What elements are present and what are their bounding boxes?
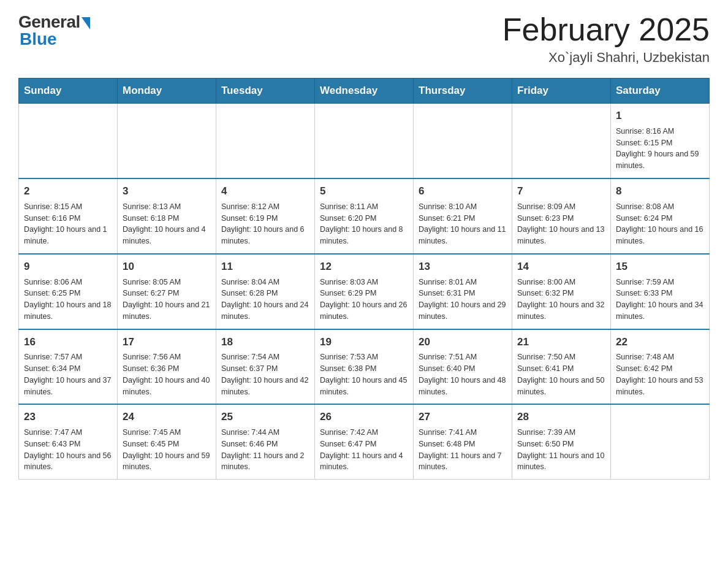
calendar-cell xyxy=(216,104,315,178)
day-info: Sunrise: 8:12 AMSunset: 6:19 PMDaylight:… xyxy=(221,201,309,247)
calendar-cell: 5Sunrise: 8:11 AMSunset: 6:20 PMDaylight… xyxy=(315,178,414,254)
day-info: Sunrise: 8:16 AMSunset: 6:15 PMDaylight:… xyxy=(616,126,704,172)
day-info: Sunrise: 8:13 AMSunset: 6:18 PMDaylight:… xyxy=(123,201,211,247)
day-number: 15 xyxy=(616,259,704,274)
day-header-thursday: Thursday xyxy=(414,79,512,104)
calendar-cell xyxy=(611,404,710,479)
day-number: 12 xyxy=(320,259,408,274)
day-info: Sunrise: 8:01 AMSunset: 6:31 PMDaylight:… xyxy=(419,277,507,323)
calendar-cell: 22Sunrise: 7:48 AMSunset: 6:42 PMDayligh… xyxy=(611,329,710,405)
day-info: Sunrise: 8:04 AMSunset: 6:28 PMDaylight:… xyxy=(221,277,309,323)
day-info: Sunrise: 8:08 AMSunset: 6:24 PMDaylight:… xyxy=(616,201,704,247)
location-subtitle: Xo`jayli Shahri, Uzbekistan xyxy=(502,50,710,66)
calendar-cell: 17Sunrise: 7:56 AMSunset: 6:36 PMDayligh… xyxy=(118,329,216,405)
day-info: Sunrise: 7:39 AMSunset: 6:50 PMDaylight:… xyxy=(517,427,605,473)
day-info: Sunrise: 7:51 AMSunset: 6:40 PMDaylight:… xyxy=(419,351,507,397)
month-title: February 2025 xyxy=(502,12,710,47)
logo: General Blue xyxy=(18,12,90,49)
calendar-week-row: 9Sunrise: 8:06 AMSunset: 6:25 PMDaylight… xyxy=(19,254,710,329)
calendar-week-row: 2Sunrise: 8:15 AMSunset: 6:16 PMDaylight… xyxy=(19,178,710,254)
day-header-sunday: Sunday xyxy=(19,79,118,104)
calendar-cell: 2Sunrise: 8:15 AMSunset: 6:16 PMDaylight… xyxy=(19,178,118,254)
day-info: Sunrise: 7:48 AMSunset: 6:42 PMDaylight:… xyxy=(616,351,704,397)
day-number: 20 xyxy=(419,335,507,350)
day-info: Sunrise: 8:05 AMSunset: 6:27 PMDaylight:… xyxy=(123,277,211,323)
calendar-week-row: 16Sunrise: 7:57 AMSunset: 6:34 PMDayligh… xyxy=(19,329,710,405)
day-info: Sunrise: 8:06 AMSunset: 6:25 PMDaylight:… xyxy=(24,277,112,323)
day-number: 17 xyxy=(123,335,211,350)
day-info: Sunrise: 8:00 AMSunset: 6:32 PMDaylight:… xyxy=(517,277,605,323)
day-number: 25 xyxy=(221,410,309,424)
day-header-friday: Friday xyxy=(512,79,611,104)
calendar-cell: 6Sunrise: 8:10 AMSunset: 6:21 PMDaylight… xyxy=(414,178,512,254)
day-info: Sunrise: 7:54 AMSunset: 6:37 PMDaylight:… xyxy=(221,351,309,397)
day-number: 23 xyxy=(24,410,112,424)
day-number: 26 xyxy=(320,410,408,424)
day-header-saturday: Saturday xyxy=(611,79,710,104)
day-info: Sunrise: 8:09 AMSunset: 6:23 PMDaylight:… xyxy=(517,201,605,247)
day-info: Sunrise: 7:53 AMSunset: 6:38 PMDaylight:… xyxy=(320,351,408,397)
calendar-cell: 12Sunrise: 8:03 AMSunset: 6:29 PMDayligh… xyxy=(315,254,414,329)
day-number: 24 xyxy=(123,410,211,424)
calendar-cell: 9Sunrise: 8:06 AMSunset: 6:25 PMDaylight… xyxy=(19,254,118,329)
day-number: 1 xyxy=(616,109,704,123)
day-number: 3 xyxy=(123,184,211,199)
day-info: Sunrise: 7:59 AMSunset: 6:33 PMDaylight:… xyxy=(616,277,704,323)
calendar-cell xyxy=(512,104,611,178)
logo-blue-text: Blue xyxy=(20,29,57,49)
day-number: 2 xyxy=(24,184,112,199)
calendar-cell: 25Sunrise: 7:44 AMSunset: 6:46 PMDayligh… xyxy=(216,404,315,479)
calendar-cell: 18Sunrise: 7:54 AMSunset: 6:37 PMDayligh… xyxy=(216,329,315,405)
day-info: Sunrise: 7:56 AMSunset: 6:36 PMDaylight:… xyxy=(123,351,211,397)
day-info: Sunrise: 8:10 AMSunset: 6:21 PMDaylight:… xyxy=(419,201,507,247)
day-number: 14 xyxy=(517,259,605,274)
day-number: 27 xyxy=(419,410,507,424)
day-number: 5 xyxy=(320,184,408,199)
calendar-cell: 4Sunrise: 8:12 AMSunset: 6:19 PMDaylight… xyxy=(216,178,315,254)
day-number: 28 xyxy=(517,410,605,424)
title-area: February 2025 Xo`jayli Shahri, Uzbekista… xyxy=(502,12,710,66)
logo-arrow-icon xyxy=(82,17,90,29)
calendar-cell: 14Sunrise: 8:00 AMSunset: 6:32 PMDayligh… xyxy=(512,254,611,329)
day-header-wednesday: Wednesday xyxy=(315,79,414,104)
day-info: Sunrise: 7:45 AMSunset: 6:45 PMDaylight:… xyxy=(123,427,211,473)
calendar-cell: 3Sunrise: 8:13 AMSunset: 6:18 PMDaylight… xyxy=(118,178,216,254)
day-info: Sunrise: 7:41 AMSunset: 6:48 PMDaylight:… xyxy=(419,427,507,473)
calendar-cell: 28Sunrise: 7:39 AMSunset: 6:50 PMDayligh… xyxy=(512,404,611,479)
day-number: 13 xyxy=(419,259,507,274)
day-number: 18 xyxy=(221,335,309,350)
day-number: 16 xyxy=(24,335,112,350)
day-number: 19 xyxy=(320,335,408,350)
calendar-cell xyxy=(414,104,512,178)
calendar-cell xyxy=(19,104,118,178)
calendar-cell: 20Sunrise: 7:51 AMSunset: 6:40 PMDayligh… xyxy=(414,329,512,405)
day-info: Sunrise: 7:42 AMSunset: 6:47 PMDaylight:… xyxy=(320,427,408,473)
calendar-header-row: SundayMondayTuesdayWednesdayThursdayFrid… xyxy=(19,79,710,104)
calendar-cell: 15Sunrise: 7:59 AMSunset: 6:33 PMDayligh… xyxy=(611,254,710,329)
day-header-tuesday: Tuesday xyxy=(216,79,315,104)
calendar-table: SundayMondayTuesdayWednesdayThursdayFrid… xyxy=(18,78,710,480)
day-info: Sunrise: 8:03 AMSunset: 6:29 PMDaylight:… xyxy=(320,277,408,323)
calendar-cell: 19Sunrise: 7:53 AMSunset: 6:38 PMDayligh… xyxy=(315,329,414,405)
calendar-cell xyxy=(118,104,216,178)
calendar-cell: 13Sunrise: 8:01 AMSunset: 6:31 PMDayligh… xyxy=(414,254,512,329)
day-number: 10 xyxy=(123,259,211,274)
day-number: 22 xyxy=(616,335,704,350)
day-info: Sunrise: 7:50 AMSunset: 6:41 PMDaylight:… xyxy=(517,351,605,397)
calendar-cell: 27Sunrise: 7:41 AMSunset: 6:48 PMDayligh… xyxy=(414,404,512,479)
day-info: Sunrise: 7:44 AMSunset: 6:46 PMDaylight:… xyxy=(221,427,309,473)
day-number: 4 xyxy=(221,184,309,199)
day-number: 9 xyxy=(24,259,112,274)
calendar-cell: 1Sunrise: 8:16 AMSunset: 6:15 PMDaylight… xyxy=(611,104,710,178)
day-number: 7 xyxy=(517,184,605,199)
calendar-cell: 23Sunrise: 7:47 AMSunset: 6:43 PMDayligh… xyxy=(19,404,118,479)
calendar-week-row: 23Sunrise: 7:47 AMSunset: 6:43 PMDayligh… xyxy=(19,404,710,479)
calendar-week-row: 1Sunrise: 8:16 AMSunset: 6:15 PMDaylight… xyxy=(19,104,710,178)
day-info: Sunrise: 8:15 AMSunset: 6:16 PMDaylight:… xyxy=(24,201,112,247)
calendar-cell: 24Sunrise: 7:45 AMSunset: 6:45 PMDayligh… xyxy=(118,404,216,479)
day-info: Sunrise: 7:47 AMSunset: 6:43 PMDaylight:… xyxy=(24,427,112,473)
day-number: 8 xyxy=(616,184,704,199)
day-number: 11 xyxy=(221,259,309,274)
calendar-cell xyxy=(315,104,414,178)
calendar-cell: 8Sunrise: 8:08 AMSunset: 6:24 PMDaylight… xyxy=(611,178,710,254)
